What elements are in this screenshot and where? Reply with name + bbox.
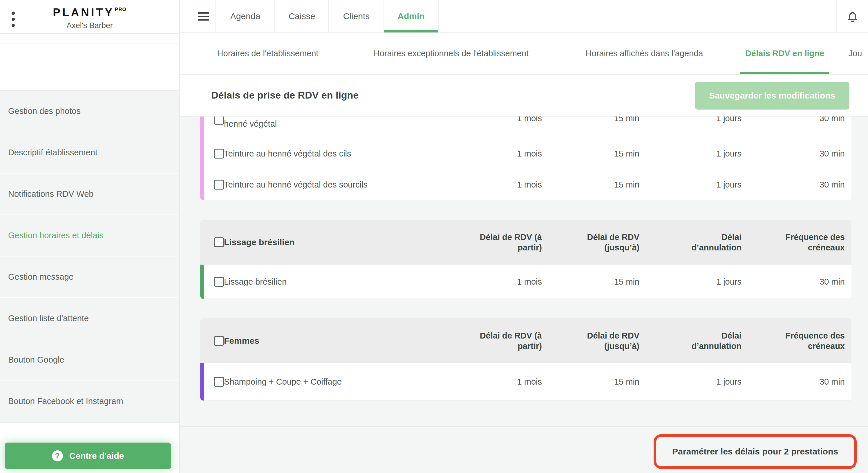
delay-value: 15 min xyxy=(614,180,640,190)
delay-value: 1 mois xyxy=(517,377,542,386)
delay-value: 1 jours xyxy=(716,377,742,386)
notifications-bell-icon[interactable] xyxy=(845,9,860,24)
business-name: Axel's Barber xyxy=(0,21,179,30)
planity-logo: PLANITYPRO xyxy=(0,6,179,19)
delay-value: 1 jours xyxy=(716,277,742,286)
sidebar-item-label: Notifications RDV Web xyxy=(8,189,93,199)
configure-delays-button[interactable]: Paramétrer les délais pour 2 prestations xyxy=(671,446,840,457)
delay-value: 1 jours xyxy=(716,149,742,159)
service-group-card: FemmesDélai de RDV (à partir)Délai de RD… xyxy=(200,318,851,401)
logo-pro-badge: PRO xyxy=(115,7,126,12)
column-header: Délai d’annulation xyxy=(683,232,742,253)
sidebar-item[interactable]: Gestion des photos xyxy=(0,91,179,132)
sidebar-item-label: Gestion message xyxy=(8,272,74,282)
help-center-label: Centre d'aide xyxy=(69,451,124,461)
row-checkbox[interactable] xyxy=(214,149,224,159)
subtab[interactable]: Horaires exceptionnels de l'établissemen… xyxy=(374,32,529,74)
category-color-strip xyxy=(200,116,204,200)
sidebar-item-label: Gestion liste d'attente xyxy=(8,314,89,323)
sidebar-item[interactable]: Bouton Facebook et Instagram xyxy=(0,381,179,422)
service-row: Teinture au henné végétal des sourcils1 … xyxy=(200,169,851,200)
sidebar-item-label: Gestion horaires et délais xyxy=(8,231,103,240)
hamburger-icon[interactable] xyxy=(198,12,209,23)
delay-value: 1 mois xyxy=(517,277,542,286)
service-row: Teinture au henné végétal des cils1 mois… xyxy=(200,138,851,169)
sidebar-item[interactable]: Bouton Google xyxy=(0,339,179,381)
delay-value: 1 jours xyxy=(716,180,742,190)
divider xyxy=(836,0,837,32)
column-header: Délai de RDV (à partir) xyxy=(469,232,542,253)
service-row: Lissage brésilien1 mois15 min1 jours30 m… xyxy=(200,265,851,299)
delay-value: 30 min xyxy=(819,277,845,286)
sidebar-item[interactable]: Descriptif établissement xyxy=(0,132,179,174)
delay-value: 1 mois xyxy=(517,180,542,190)
nav-tab[interactable]: Caisse xyxy=(274,0,329,32)
service-name: Teinture au henné végétal des cils xyxy=(224,149,351,158)
service-row: henné végétal1 mois15 min1 jours30 min xyxy=(200,116,851,138)
service-name: henné végétal xyxy=(224,119,277,129)
sidebar: PLANITYPRO Axel's Barber Paramètres Étab… xyxy=(0,0,180,473)
column-header: Délai de RDV (jusqu’à) xyxy=(576,232,640,253)
row-checkbox[interactable] xyxy=(214,277,224,286)
help-center-button[interactable]: ? Centre d'aide xyxy=(5,443,171,469)
subtab[interactable]: Horaires affichés dans l'agenda xyxy=(586,32,703,74)
logo-block: PLANITYPRO Axel's Barber xyxy=(0,6,179,30)
delay-value: 15 min xyxy=(614,277,640,286)
sidebar-menu: Gestion des photosDescriptif établisseme… xyxy=(0,90,179,423)
category-color-strip xyxy=(200,363,204,401)
group-checkbox[interactable] xyxy=(214,237,224,247)
category-color-strip xyxy=(200,265,204,299)
service-row: Shampoing + Coupe + Coiffage1 mois15 min… xyxy=(200,363,851,401)
service-name: Shampoing + Coupe + Coiffage xyxy=(224,377,342,386)
column-header: Délai de RDV (jusqu’à) xyxy=(576,330,640,351)
save-button[interactable]: Sauvegarder les modifications xyxy=(695,82,849,109)
nav-tab[interactable]: Agenda xyxy=(215,0,275,32)
service-name: Teinture au henné végétal des sourcils xyxy=(224,180,368,189)
sidebar-divider xyxy=(0,33,179,34)
footer-bar: Paramétrer les délais pour 2 prestations xyxy=(179,426,868,473)
row-checkbox[interactable] xyxy=(214,180,224,190)
delay-value: 15 min xyxy=(614,149,640,159)
sidebar-item-label: Bouton Facebook et Instagram xyxy=(8,397,123,406)
delay-value: 30 min xyxy=(819,180,845,190)
group-header: FemmesDélai de RDV (à partir)Délai de RD… xyxy=(200,318,851,363)
subtab[interactable]: Horaires de l'établissement xyxy=(217,32,318,74)
question-mark-icon: ? xyxy=(52,450,63,462)
delays-table-area: henné végétal1 mois15 min1 jours30 minTe… xyxy=(179,116,868,426)
sidebar-item[interactable]: Gestion message xyxy=(0,257,179,298)
column-header: Fréquence des créneaux xyxy=(779,232,845,253)
column-header: Délai de RDV (à partir) xyxy=(469,330,542,351)
delay-value: 30 min xyxy=(819,377,845,386)
nav-tab[interactable]: Clients xyxy=(328,0,384,32)
delay-value: 30 min xyxy=(819,149,845,159)
nav-tab[interactable]: Admin xyxy=(383,0,439,32)
subtab[interactable]: Jou xyxy=(848,32,862,74)
sidebar-item-label: Gestion des photos xyxy=(8,106,81,116)
group-name: Femmes xyxy=(224,336,259,346)
delay-value: 1 mois xyxy=(517,149,542,159)
group-checkbox[interactable] xyxy=(214,336,224,346)
subtab[interactable]: Délais RDV en ligne xyxy=(745,32,824,74)
sidebar-section-params[interactable]: Paramètres Établissement xyxy=(0,43,179,90)
planity-admin-app: PLANITYPRO Axel's Barber Paramètres Étab… xyxy=(0,0,868,473)
top-navigation: AgendaCaisseClientsAdmin xyxy=(179,0,868,33)
admin-subtabs: Horaires de l'établissementHoraires exce… xyxy=(179,32,868,75)
section-header: Délais de prise de RDV en ligne Sauvegar… xyxy=(179,74,868,116)
sidebar-item[interactable]: Notifications RDV Web xyxy=(0,174,179,215)
group-name: Lissage brésilien xyxy=(224,237,294,247)
sidebar-item[interactable]: Gestion liste d'attente xyxy=(0,298,179,339)
column-header: Fréquence des créneaux xyxy=(779,330,845,351)
highlight-annotation: Paramétrer les délais pour 2 prestations xyxy=(654,434,857,469)
column-header: Délai d’annulation xyxy=(683,330,742,351)
service-name: Lissage brésilien xyxy=(224,277,287,286)
service-group-card: Lissage brésilienDélai de RDV (à partir)… xyxy=(200,220,851,299)
delay-value: 15 min xyxy=(614,377,640,386)
group-header: Lissage brésilienDélai de RDV (à partir)… xyxy=(200,220,851,265)
sidebar-item[interactable]: Gestion horaires et délais xyxy=(0,215,179,257)
sidebar-item-label: Bouton Google xyxy=(8,355,64,365)
page-title: Délais de prise de RDV en ligne xyxy=(211,74,359,116)
sidebar-item-label: Descriptif établissement xyxy=(8,148,97,157)
service-group-card: henné végétal1 mois15 min1 jours30 minTe… xyxy=(200,116,851,200)
row-checkbox[interactable] xyxy=(214,377,224,386)
